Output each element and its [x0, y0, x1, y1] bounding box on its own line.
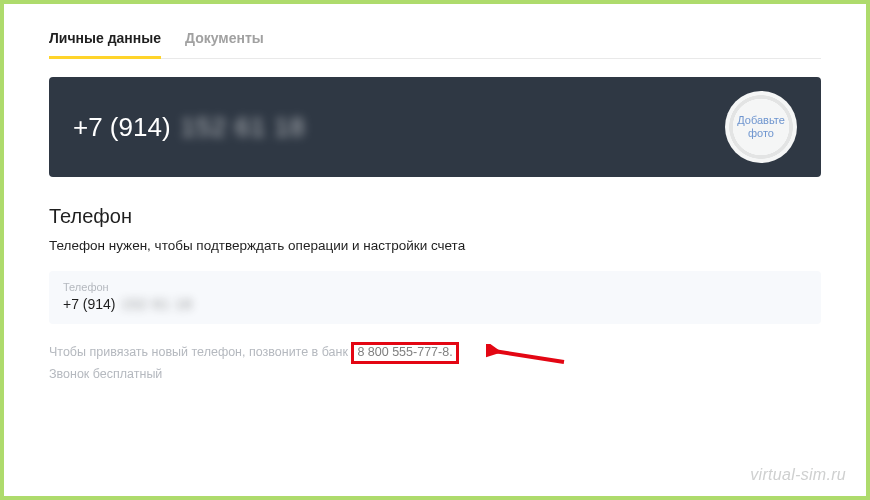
phone-value-prefix: +7 (914) — [63, 296, 116, 312]
support-phone-highlight: 8 800 555-777-8. — [351, 342, 458, 364]
svg-line-0 — [494, 351, 564, 362]
section-title-phone: Телефон — [49, 205, 821, 228]
tab-documents[interactable]: Документы — [185, 24, 264, 58]
phone-field-label: Телефон — [63, 281, 807, 293]
avatar-line1: Добавьте — [737, 114, 785, 127]
watermark: virtual-sim.ru — [750, 466, 846, 484]
section-description: Телефон нужен, чтобы подтверждать операц… — [49, 238, 821, 253]
hero-phone-prefix: +7 (914) — [73, 112, 171, 143]
avatar-line2: фото — [748, 127, 774, 140]
help-line1-text: Чтобы привязать новый телефон, позвоните… — [49, 345, 351, 359]
tabs: Личные данные Документы — [49, 24, 821, 59]
hero-phone-rest-blurred: 152 61 18 — [181, 112, 306, 143]
phone-field-value: +7 (914) 152 61 18 — [63, 296, 807, 312]
settings-page: Личные данные Документы +7 (914) 152 61 … — [4, 4, 866, 385]
arrow-annotation-icon — [486, 344, 566, 366]
phone-field-box[interactable]: Телефон +7 (914) 152 61 18 — [49, 271, 821, 324]
tab-personal-data[interactable]: Личные данные — [49, 24, 161, 58]
profile-hero: +7 (914) 152 61 18 Добавьте фото — [49, 77, 821, 177]
phone-value-rest-blurred: 152 61 18 — [122, 296, 193, 312]
hero-phone-number: +7 (914) 152 61 18 — [73, 112, 305, 143]
add-photo-button[interactable]: Добавьте фото — [725, 91, 797, 163]
help-text: Чтобы привязать новый телефон, позвоните… — [49, 342, 821, 385]
help-line2-text: Звонок бесплатный — [49, 367, 162, 381]
